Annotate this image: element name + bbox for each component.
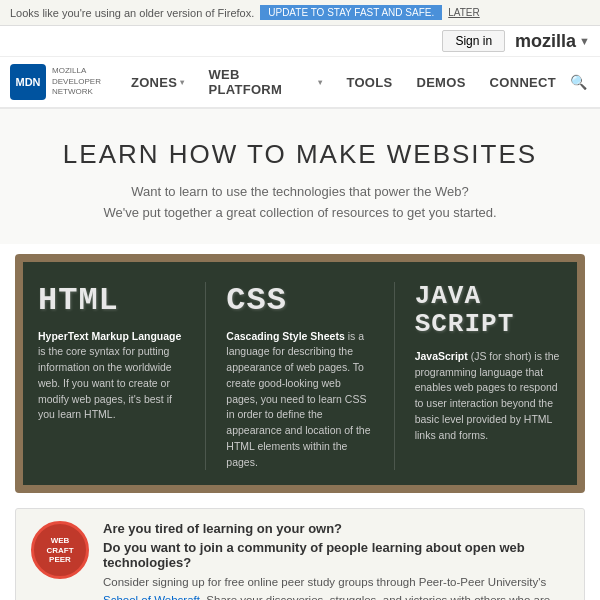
chalk-col-js: JAVASCRIPT JavaScript (JS for short) is … bbox=[415, 282, 562, 471]
nav-label-connect: CONNECT bbox=[490, 75, 556, 90]
chalk-divider-1 bbox=[205, 282, 206, 471]
top-right-bar: Sign in mozilla ▼ bbox=[0, 26, 600, 57]
nav-items: ZONES ▾ WEB PLATFORM ▾ TOOLS DEMOS CONNE… bbox=[121, 59, 566, 105]
update-button[interactable]: UPDATE TO STAY FAST AND SAFE. bbox=[260, 5, 442, 20]
community-heading1: Are you tired of learning on your own? bbox=[103, 521, 569, 536]
chalk-desc-js: JavaScript (JS for short) is the program… bbox=[415, 349, 562, 444]
chalk-desc-html: HyperText Markup Language is the core sy… bbox=[38, 329, 185, 424]
chalk-col-html: HTML HyperText Markup Language is the co… bbox=[38, 282, 185, 471]
mozilla-dropdown-arrow[interactable]: ▼ bbox=[579, 35, 590, 47]
nav-item-webplatform[interactable]: WEB PLATFORM ▾ bbox=[199, 59, 333, 105]
main-navigation: MDN MOZILLA DEVELOPER NETWORK ZONES ▾ WE… bbox=[0, 57, 600, 109]
mdn-subtitle-line3: NETWORK bbox=[52, 87, 101, 97]
webcraft-badge-text: WEB CRAFT PEER bbox=[39, 536, 81, 565]
nav-label-demos: DEMOS bbox=[416, 75, 465, 90]
hero-subtitle2: We've put together a great collection of… bbox=[20, 203, 580, 224]
chevron-down-icon: ▾ bbox=[180, 78, 184, 87]
nav-label-tools: TOOLS bbox=[346, 75, 392, 90]
chalk-title-html: HTML bbox=[38, 282, 185, 319]
nav-label-webplatform: WEB PLATFORM bbox=[209, 67, 316, 97]
school-of-webcraft-link[interactable]: School of Webcraft bbox=[103, 594, 200, 600]
nav-item-tools[interactable]: TOOLS bbox=[336, 67, 402, 98]
nav-item-connect[interactable]: CONNECT bbox=[480, 67, 566, 98]
mdn-subtitle-line2: DEVELOPER bbox=[52, 77, 101, 87]
mdn-logo-abbr: MDN bbox=[15, 76, 40, 88]
mdn-logo[interactable]: MDN MOZILLA DEVELOPER NETWORK bbox=[10, 64, 101, 100]
mozilla-logo-text: mozilla bbox=[515, 31, 576, 52]
mozilla-logo[interactable]: mozilla ▼ bbox=[515, 31, 590, 52]
webcraft-badge: WEB CRAFT PEER bbox=[31, 521, 91, 579]
chalk-col-css: CSS Cascading Style Sheets is a language… bbox=[226, 282, 373, 471]
mdn-subtitle-line1: MOZILLA bbox=[52, 66, 101, 76]
chalk-desc-css: Cascading Style Sheets is a language for… bbox=[226, 329, 373, 471]
chalk-title-css: CSS bbox=[226, 282, 373, 319]
hero-subtitle1: Want to learn to use the technologies th… bbox=[20, 182, 580, 203]
community-body-start: Consider signing up for free online peer… bbox=[103, 576, 546, 588]
chalk-title-js: JAVASCRIPT bbox=[415, 282, 562, 339]
hero-section: LEARN HOW TO MAKE WEBSITES Want to learn… bbox=[0, 109, 600, 244]
community-body: Consider signing up for free online peer… bbox=[103, 574, 569, 600]
chevron-down-icon: ▾ bbox=[318, 78, 322, 87]
notif-message: Looks like you're using an older version… bbox=[10, 7, 254, 19]
community-section: WEB CRAFT PEER Are you tired of learning… bbox=[15, 508, 585, 600]
sign-in-button[interactable]: Sign in bbox=[442, 30, 505, 52]
webcraft-badge-inner: WEB CRAFT PEER bbox=[31, 521, 89, 579]
community-text: Are you tired of learning on your own? D… bbox=[103, 521, 569, 600]
later-button[interactable]: LATER bbox=[448, 7, 480, 18]
hero-title: LEARN HOW TO MAKE WEBSITES bbox=[20, 139, 580, 170]
mdn-logo-icon: MDN bbox=[10, 64, 46, 100]
notification-bar: Looks like you're using an older version… bbox=[0, 0, 600, 26]
nav-label-zones: ZONES bbox=[131, 75, 177, 90]
chalk-divider-2 bbox=[394, 282, 395, 471]
search-icon[interactable]: 🔍 bbox=[566, 70, 590, 94]
nav-item-zones[interactable]: ZONES ▾ bbox=[121, 67, 195, 98]
mdn-logo-subtitle: MOZILLA DEVELOPER NETWORK bbox=[52, 66, 101, 97]
chalkboard-section: HTML HyperText Markup Language is the co… bbox=[15, 254, 585, 494]
community-heading2: Do you want to join a community of peopl… bbox=[103, 540, 569, 570]
nav-item-demos[interactable]: DEMOS bbox=[406, 67, 475, 98]
